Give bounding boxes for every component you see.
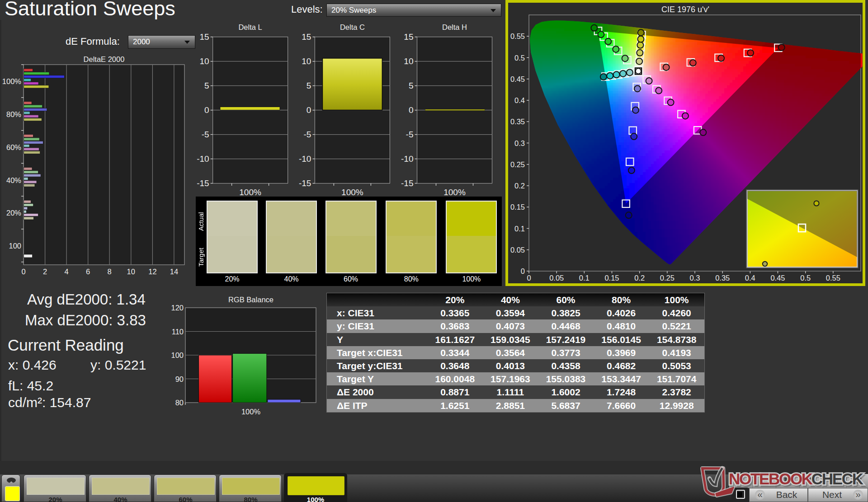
svg-text:0: 0 — [307, 105, 311, 115]
svg-text:15: 15 — [404, 32, 413, 42]
svg-text:0.5: 0.5 — [514, 54, 525, 62]
svg-text:0.1: 0.1 — [514, 225, 525, 233]
svg-text:-10: -10 — [401, 154, 413, 164]
svg-text:20%: 20% — [6, 209, 21, 217]
svg-text:0.3: 0.3 — [690, 274, 700, 282]
svg-text:0.55: 0.55 — [510, 32, 525, 40]
svg-text:8: 8 — [108, 267, 112, 276]
svg-text:110: 110 — [172, 328, 184, 336]
svg-text:0.25: 0.25 — [660, 274, 675, 282]
svg-text:0: 0 — [21, 267, 25, 276]
svg-text:10: 10 — [127, 267, 135, 276]
svg-text:60%: 60% — [6, 143, 21, 151]
svg-text:Delta H: Delta H — [442, 23, 467, 31]
svg-text:15: 15 — [199, 32, 209, 42]
svg-text:80: 80 — [175, 399, 184, 407]
svg-text:0.55: 0.55 — [826, 274, 840, 282]
svg-text:-10: -10 — [299, 154, 311, 164]
svg-text:Delta L: Delta L — [238, 23, 262, 31]
svg-text:RGB Balance: RGB Balance — [228, 296, 274, 304]
svg-text:0.45: 0.45 — [770, 274, 785, 282]
svg-text:4: 4 — [65, 267, 69, 276]
svg-text:0.2: 0.2 — [634, 274, 645, 282]
svg-text:0.35: 0.35 — [715, 274, 730, 282]
svg-text:0.25: 0.25 — [510, 160, 525, 169]
svg-text:10: 10 — [199, 56, 209, 66]
svg-text:120: 120 — [171, 304, 184, 312]
svg-text:0.2: 0.2 — [514, 182, 525, 190]
svg-text:100%: 100% — [241, 408, 261, 416]
svg-text:-10: -10 — [197, 154, 209, 164]
svg-text:0: 0 — [527, 274, 531, 282]
svg-text:0.1: 0.1 — [579, 274, 590, 282]
svg-text:5: 5 — [204, 81, 209, 90]
svg-text:0: 0 — [521, 267, 525, 275]
svg-text:DeltaE 2000: DeltaE 2000 — [84, 55, 125, 63]
svg-text:90: 90 — [175, 375, 184, 383]
svg-text:CIE 1976 u'v': CIE 1976 u'v' — [661, 5, 709, 14]
svg-text:0: 0 — [204, 105, 209, 115]
svg-text:-15: -15 — [197, 178, 209, 188]
svg-text:15: 15 — [302, 32, 311, 42]
svg-text:0.4: 0.4 — [514, 96, 525, 104]
svg-text:-15: -15 — [401, 178, 413, 188]
svg-text:0.3: 0.3 — [514, 139, 525, 147]
svg-text:10: 10 — [302, 56, 311, 66]
svg-text:100%: 100% — [443, 188, 466, 197]
svg-text:100%: 100% — [2, 77, 22, 85]
svg-text:40%: 40% — [6, 176, 21, 184]
svg-text:-15: -15 — [299, 178, 311, 188]
svg-text:100: 100 — [171, 351, 184, 359]
svg-text:10: 10 — [404, 56, 413, 66]
svg-text:100%: 100% — [341, 188, 363, 197]
svg-text:0.35: 0.35 — [510, 117, 525, 126]
svg-text:0.05: 0.05 — [549, 274, 564, 282]
svg-text:6: 6 — [86, 267, 90, 276]
svg-text:5: 5 — [409, 81, 414, 90]
svg-text:Delta C: Delta C — [340, 23, 365, 31]
svg-text:5: 5 — [307, 81, 311, 90]
svg-text:NOTEBOOKCHECK: NOTEBOOKCHECK — [729, 470, 863, 488]
svg-text:0: 0 — [409, 105, 414, 115]
svg-text:0.05: 0.05 — [510, 246, 525, 254]
svg-text:2: 2 — [43, 267, 47, 276]
svg-text:12: 12 — [148, 267, 156, 276]
svg-text:14: 14 — [170, 267, 178, 276]
svg-text:-5: -5 — [303, 130, 311, 139]
svg-text:100%: 100% — [239, 188, 261, 197]
svg-text:-5: -5 — [406, 130, 414, 139]
svg-text:0.15: 0.15 — [604, 274, 619, 282]
svg-text:0.45: 0.45 — [510, 75, 525, 83]
svg-text:0.4: 0.4 — [745, 274, 755, 282]
svg-text:80%: 80% — [6, 110, 21, 118]
svg-text:100: 100 — [9, 242, 21, 250]
svg-text:0.15: 0.15 — [510, 203, 525, 211]
svg-text:-5: -5 — [202, 130, 209, 139]
svg-text:0.5: 0.5 — [800, 274, 811, 282]
